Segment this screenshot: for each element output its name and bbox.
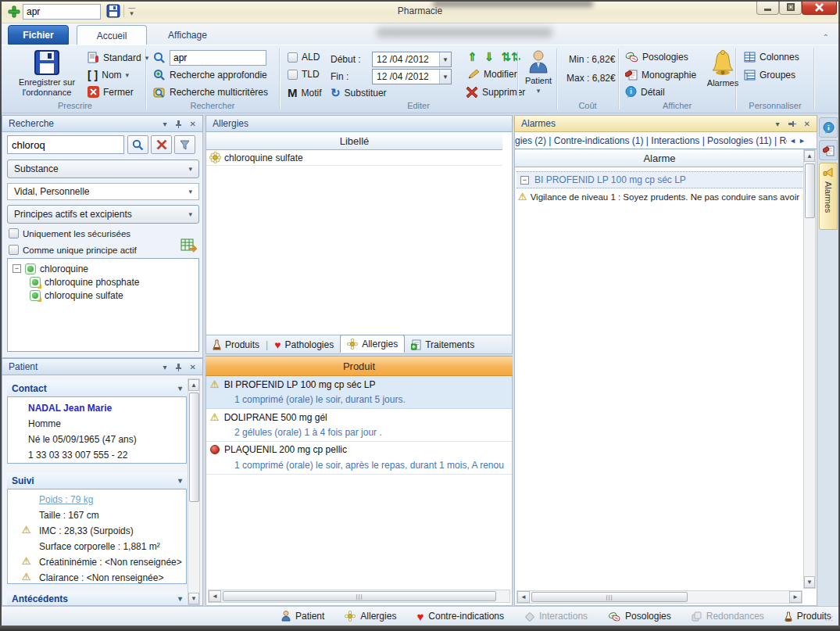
tab-produits[interactable]: Produits	[206, 339, 266, 350]
minimize-button[interactable]	[756, 0, 779, 15]
recherche-multicriteres-button[interactable]: Recherche multicritères	[153, 86, 268, 99]
debut-datefield[interactable]: 12 /04 /2012▼	[372, 52, 452, 67]
alarmes-tabstrip[interactable]: gies (2) | Contre-indications (1) | Inte…	[515, 132, 817, 149]
alarmes-hscrollbar[interactable]: ◄ ||| ►	[517, 590, 802, 604]
standard-button[interactable]: Standard▾	[88, 52, 148, 63]
warning-icon: ⚠	[22, 524, 31, 536]
close-button[interactable]	[802, 0, 837, 15]
monograph-icon	[625, 69, 638, 81]
status-posologies[interactable]: Posologies	[608, 611, 671, 622]
alarmes-dock-tab[interactable]: Alarmes	[819, 163, 838, 230]
tab-scroll-right-icon[interactable]: ►	[799, 137, 806, 145]
posologies-button[interactable]: Posologies	[625, 52, 688, 63]
close-icon[interactable]: ✕	[190, 120, 196, 128]
status-allergies[interactable]: Allergies	[345, 611, 396, 622]
alarmes-button[interactable]: Alarmes	[705, 49, 741, 88]
patient-scrollbar[interactable]: ▲ ▼	[188, 378, 200, 605]
tab-allergies[interactable]: Allergies	[340, 335, 405, 353]
tab-affichage[interactable]: Affichage	[155, 25, 220, 45]
resize-grip[interactable]: .::	[825, 614, 834, 622]
patient-panel-title: Patient ▾ ✕	[2, 358, 203, 375]
brackets-icon: [ ]	[88, 69, 98, 81]
modifier-button[interactable]: Modifier	[467, 69, 517, 80]
panel-menu-icon[interactable]: ▾	[163, 120, 167, 128]
monographie-button[interactable]: Monographie	[625, 69, 696, 81]
save-on-prescription-button[interactable]: Enregistrer sur l'ordonnance	[11, 49, 83, 98]
fermer-button[interactable]: Fermer	[88, 86, 134, 98]
suivi-section-header[interactable]: Suivi▾	[7, 472, 187, 489]
supprimer-button[interactable]: Supprimer	[466, 86, 525, 99]
close-icon[interactable]: ✕	[190, 363, 196, 371]
tab-fichier[interactable]: Fichier	[8, 25, 69, 45]
check-unique-principe[interactable]: Comme unique principe actif	[9, 245, 137, 255]
ald-checkbox[interactable]: ALD	[288, 52, 320, 63]
produit-column-header[interactable]: Produit	[206, 356, 513, 376]
collapse-ribbon-icon[interactable]: ⌃	[823, 33, 829, 41]
pin-icon[interactable]	[175, 120, 182, 128]
product-row[interactable]: ⚠DOLIPRANE 500 mg gél 2 gélules (orale) …	[206, 409, 512, 442]
search-clear-button[interactable]	[151, 135, 172, 154]
antecedents-section-header[interactable]: Antécédents▾	[7, 592, 187, 605]
fin-datefield[interactable]: 12 /04 /2012▼	[372, 69, 452, 84]
tab-pathologies[interactable]: ♥ Pathologies	[268, 339, 340, 351]
substituer-button[interactable]: ↻ Substituer	[331, 86, 387, 100]
check-securisees[interactable]: Uniquement les sécurisées	[9, 228, 130, 238]
window-border-left	[0, 0, 2, 631]
group-caption-editer: Editer	[281, 101, 556, 110]
patient-button[interactable]: Patient▾	[522, 49, 555, 96]
search-icon	[132, 139, 144, 151]
product-row[interactable]: PLAQUENIL 200 mg cp pellic 1 comprimé (o…	[206, 442, 512, 475]
tree-child-row[interactable]: chloroquine phosphate	[8, 275, 198, 289]
move-up-icon[interactable]: ⇑	[467, 50, 477, 64]
filter-button[interactable]	[174, 135, 195, 154]
tld-checkbox[interactable]: TLD	[288, 69, 320, 80]
tab-traitements[interactable]: Traitements	[405, 339, 481, 350]
substance-search-input[interactable]	[7, 135, 124, 154]
export-grid-button[interactable]	[181, 238, 197, 253]
combo-source[interactable]: Vidal, Personnelle▾	[7, 183, 199, 200]
colonnes-button[interactable]: Colonnes	[744, 52, 799, 63]
tree-child-row[interactable]: chloroquine sulfate	[8, 289, 198, 302]
alarmes-vscrollbar[interactable]: ▲ ▼	[803, 149, 816, 589]
contact-section-header[interactable]: Contact▾	[7, 380, 187, 396]
libelle-column-header[interactable]: Libellé	[206, 132, 502, 150]
fin-label: Fin :	[331, 71, 349, 82]
monographie-dock-tab[interactable]	[819, 140, 838, 160]
pin-horizontal-icon[interactable]	[788, 120, 796, 127]
alarm-group-row[interactable]: − BI PROFENID LP 100 mg cp séc LP	[517, 171, 802, 188]
panel-menu-icon[interactable]: ▾	[776, 120, 780, 128]
detail-button[interactable]: i Détail	[625, 86, 665, 98]
tab-accueil[interactable]: Accueil	[77, 25, 147, 45]
restore-button[interactable]	[779, 0, 802, 15]
recherche-approfondie-button[interactable]: Recherche approfondie	[153, 69, 267, 81]
poids-link[interactable]: Poids : 79 kg	[39, 494, 93, 505]
close-icon[interactable]: ✕	[804, 120, 810, 128]
collapse-icon[interactable]: −	[13, 264, 21, 273]
product-row-selected[interactable]: ⚠BI PROFENID LP 100 mg cp séc LP 1 compr…	[206, 376, 512, 409]
panel-menu-icon[interactable]: ▾	[163, 363, 167, 371]
window-title: Pharmacie	[2, 5, 838, 16]
substance-icon	[25, 264, 36, 274]
pin-icon[interactable]	[175, 363, 182, 371]
search-go-button[interactable]	[127, 135, 148, 154]
motif-button[interactable]: MMotif	[288, 86, 322, 99]
alarme-column-header[interactable]: Alarme	[515, 149, 804, 167]
tree-root-row[interactable]: − chloroquine	[8, 262, 198, 275]
move-down-icon[interactable]: ⇓	[484, 50, 495, 64]
groupes-button[interactable]: Groupes	[744, 70, 795, 81]
status-contre-indications[interactable]: ♥ Contre-indications	[416, 610, 504, 623]
detail-dock-tab[interactable]	[819, 117, 838, 138]
alarmes-panel-title: Alarmes ▾ ✕	[514, 115, 817, 132]
status-patient[interactable]: Patient	[281, 611, 324, 622]
combo-scope[interactable]: Principes actifs et excipients▾	[7, 205, 199, 224]
nom-button[interactable]: [ ] Nom▾	[88, 69, 129, 81]
produit-hscrollbar[interactable]: ◄ |||	[208, 590, 510, 603]
produit-list: ⚠BI PROFENID LP 100 mg cp séc LP 1 compr…	[206, 376, 513, 606]
ribbon-search-input[interactable]	[170, 50, 266, 66]
collapse-icon[interactable]: −	[520, 176, 529, 185]
allergy-row[interactable]: chloroquine sulfate	[206, 150, 502, 166]
columns-icon	[744, 52, 756, 63]
combo-type[interactable]: Substance▾	[7, 160, 199, 178]
tab-scroll-left-icon[interactable]: ◄	[789, 137, 796, 145]
alarm-row[interactable]: ⚠ Vigilance de niveau 1 : Soyez prudents…	[517, 189, 802, 204]
